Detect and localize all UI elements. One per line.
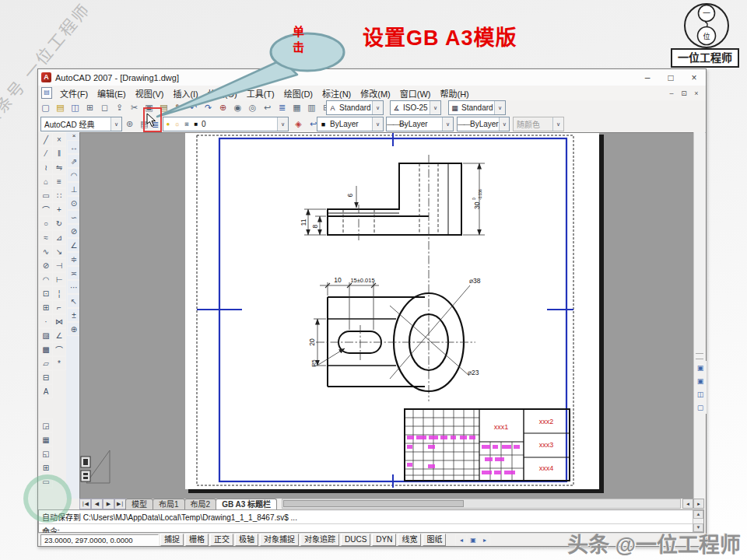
offset-icon[interactable]: ≡ (52, 174, 66, 188)
tab-scroll-button[interactable]: ◀ (91, 499, 103, 509)
child-window-control-button[interactable]: ⊡ (678, 89, 690, 97)
linetype-combo[interactable]: ——— ByLayer ∨ (386, 117, 454, 131)
polyline-icon[interactable]: ≀ (39, 160, 53, 174)
workspace-combo[interactable]: AutoCAD 经典 ∨ (40, 117, 122, 131)
viewport-clip-icon[interactable]: ◱ (39, 446, 53, 460)
layout-tab[interactable]: GB A3 标题栏 (216, 499, 277, 509)
erase-icon[interactable]: × (52, 132, 66, 146)
mirror-icon[interactable]: ⇋ (52, 160, 66, 174)
viewport-join-icon[interactable]: ⊞ (39, 460, 53, 474)
table-icon[interactable]: ⊟ (39, 370, 53, 384)
paste-block-icon[interactable]: ▣ (694, 374, 707, 387)
hatch-icon[interactable]: ▨ (39, 328, 53, 342)
layout-tab[interactable]: 模型 (125, 499, 153, 509)
drawing-viewport[interactable]: 6 11 8 30 0 -0.036 (79, 132, 694, 500)
copy-object-icon[interactable]: ‖ (52, 146, 66, 160)
stretch-icon[interactable]: ↘ (52, 244, 66, 258)
window-control-button[interactable]: □ (659, 72, 682, 83)
spline-icon[interactable]: ∿ (39, 244, 53, 258)
construction-line-icon[interactable]: ⁄ (39, 146, 53, 160)
line-icon[interactable]: ╱ (39, 132, 53, 146)
space-toggle-icons[interactable] (81, 457, 90, 481)
arc-icon[interactable]: ⌒ (39, 202, 53, 216)
plot-preview-icon[interactable]: ◻ (97, 100, 112, 115)
child-window-control-button[interactable]: × (690, 89, 703, 97)
menu-item[interactable]: 帮助(H) (436, 89, 474, 99)
fillet-icon[interactable]: ⌒ (52, 342, 66, 356)
break-point-icon[interactable]: ¦ (52, 286, 66, 300)
status-toggle-button[interactable]: 对象捕捉 (260, 534, 299, 546)
status-toggle-button[interactable]: DUCS (341, 534, 370, 546)
status-toggle-button[interactable]: 线宽 (398, 534, 421, 546)
status-toggle-button[interactable]: 捕捉 (160, 534, 184, 546)
extend-icon[interactable]: ⊢ (52, 272, 66, 286)
move-icon[interactable]: + (52, 202, 66, 216)
paste-special-icon[interactable]: ▢ (694, 401, 707, 414)
region-icon[interactable]: ▱ (39, 356, 53, 370)
tab-scroll-button[interactable]: ▶ (103, 499, 114, 509)
status-tray-icon[interactable]: ▣ (467, 534, 479, 546)
copy-base-icon[interactable]: ▣ (694, 361, 707, 374)
plot-icon[interactable]: ⊞ (82, 100, 97, 115)
lineweight-combo[interactable]: —— ByLayer ∨ (457, 117, 510, 131)
viewport-single-icon[interactable]: ◲ (39, 418, 53, 432)
toolbar-grip[interactable] (696, 353, 703, 359)
polygon-icon[interactable]: ⌂ (39, 174, 53, 188)
gradient-icon[interactable]: ▩ (39, 342, 53, 356)
chevron-down-icon[interactable]: ∨ (372, 117, 383, 131)
chevron-down-icon[interactable]: ∨ (442, 117, 453, 131)
scroll-left-icon[interactable]: ◂ (682, 499, 693, 509)
window-control-button[interactable]: – (636, 72, 659, 83)
status-toggle-button[interactable]: 正交 (210, 534, 233, 546)
status-toggle-button[interactable]: 对象追踪 (300, 534, 339, 546)
chevron-down-icon[interactable]: ∨ (372, 101, 383, 114)
menu-item[interactable]: 文件(F) (55, 89, 93, 99)
viewport-poly-icon[interactable]: ▦ (39, 432, 53, 446)
tab-scroll-button[interactable]: ∣◀ (79, 499, 91, 509)
break-icon[interactable]: ⌐ (52, 300, 66, 314)
tab-scroll-button[interactable]: ▶∣ (114, 499, 126, 509)
layout-tab[interactable]: 布局1 (153, 499, 185, 509)
chamfer-icon[interactable]: ∠ (52, 328, 66, 342)
status-toggle-button[interactable]: 栅格 (185, 534, 209, 546)
horizontal-scrollbar[interactable] (282, 499, 681, 509)
point-icon[interactable]: · (39, 314, 53, 328)
trim-icon[interactable]: ⊣ (52, 258, 66, 272)
status-tray-icon[interactable]: ◂ (455, 534, 467, 546)
array-icon[interactable]: ∷ (52, 188, 66, 202)
viewport-scale-icon[interactable]: ▭ (39, 474, 53, 488)
scroll-right-icon[interactable]: ▸ (693, 499, 704, 509)
chevron-down-icon[interactable]: ∨ (430, 101, 440, 114)
rotate-icon[interactable]: ↻ (52, 216, 66, 230)
dim-style-combo[interactable]: ∡ ISO-25 ∨ (390, 100, 441, 115)
make-block-icon[interactable]: ⊞ (39, 300, 53, 314)
child-window-control-button[interactable]: – (665, 89, 678, 97)
save-icon[interactable]: ◫ (68, 100, 82, 115)
status-tray-icon[interactable]: ▸ (479, 534, 490, 546)
join-icon[interactable]: ⋈ (52, 314, 66, 328)
table-style-combo[interactable]: ▦ Standard ∨ (448, 100, 506, 115)
status-toggle-button[interactable]: 图纸 (423, 534, 446, 546)
close-icon[interactable]: × (72, 132, 76, 140)
explode-icon[interactable]: * (52, 356, 66, 370)
scale-icon[interactable]: ⊿ (52, 230, 66, 244)
insert-block-icon[interactable]: ⊡ (39, 286, 53, 300)
multiline-text-icon[interactable]: A (39, 384, 53, 398)
circle-icon[interactable]: ○ (39, 216, 53, 230)
menu-item[interactable]: 窗口(W) (395, 89, 436, 99)
revcloud-icon[interactable]: ≈ (39, 230, 53, 244)
ellipse-arc-icon[interactable]: ◠ (39, 272, 53, 286)
window-control-button[interactable]: × (682, 72, 706, 83)
open-icon[interactable]: ▤ (53, 100, 68, 115)
chevron-down-icon[interactable]: ∨ (494, 101, 505, 114)
copy-link-icon[interactable]: ◫ (694, 387, 707, 401)
chevron-down-icon[interactable]: ∨ (499, 117, 510, 131)
new-icon[interactable]: ▢ (38, 100, 53, 115)
scrollbar-thumb[interactable] (283, 500, 464, 507)
status-toggle-button[interactable]: DYN (372, 534, 396, 546)
rectangle-icon[interactable]: ▭ (39, 188, 53, 202)
ellipse-icon[interactable]: ⊘ (39, 258, 53, 272)
layout-tab[interactable]: 布局2 (184, 499, 217, 509)
status-toggle-button[interactable]: 极轴 (235, 534, 258, 546)
scroll-up-icon[interactable]: ▲ (693, 510, 703, 519)
